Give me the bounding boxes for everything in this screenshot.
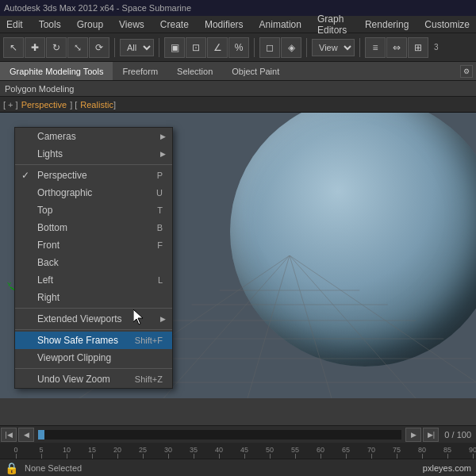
menu-viewport-clipping[interactable]: Viewport Clipping [15,349,172,367]
menu-bottom[interactable]: Bottom B [15,219,172,236]
separator-3 [15,329,172,330]
menu-animation[interactable]: Animation [256,17,305,32]
tabs-row: Graphite Modeling Tools Freeform Selecti… [0,62,476,81]
render-btn[interactable]: ◻ [259,37,280,58]
misc-tools: ≡ ⇔ ⊞ [365,37,428,58]
sep4 [306,38,307,57]
ruler-75: 75 [384,446,409,459]
menu-group[interactable]: Group [74,17,106,32]
separator-4 [15,368,172,369]
ruler-50: 50 [257,446,282,459]
menu-modifiers[interactable]: Modifiers [202,17,247,32]
dropdown-menu: Cameras Lights ✓ Perspective P Orthograp… [14,127,173,389]
bracket-end: ] [113,100,116,109]
ruler-65: 65 [333,446,359,459]
menu-create[interactable]: Create [157,17,192,32]
toolbar-row: ↖ ✚ ↻ ⤡ ⟳ All ▣ ⊡ ∠ % ◻ ◈ View ≡ ⇔ ⊞ 3 [0,33,476,62]
menu-undo-view[interactable]: Undo View Zoom Shift+Z [15,370,172,388]
view-dropdown[interactable]: View [312,39,355,56]
svg-text:Y: Y [7,281,12,288]
timeline-prev-btn[interactable]: ◀ [18,428,34,442]
menu-right[interactable]: Right [15,289,172,306]
sep5 [359,38,360,57]
menu-customize[interactable]: Customize [421,17,473,32]
menu-safe-frames[interactable]: Show Safe Frames Shift+F [15,332,172,349]
menu-left[interactable]: Left L [15,271,172,289]
ruler-5: 5 [29,446,54,459]
menu-orthographic[interactable]: Orthographic U [15,184,172,202]
menu-back[interactable]: Back [15,254,172,271]
menu-bar: Edit Tools Group Views Create Modifiers … [0,16,476,33]
polygon-modeling-tab: Polygon Modeling [0,81,476,97]
timeline: |◀ ◀ ▶ ▶| 0 / 100 [0,425,476,443]
timeline-start-btn[interactable]: |◀ [1,428,17,442]
menu-extended-viewports[interactable]: Extended Viewports [15,310,172,328]
menu-cameras[interactable]: Cameras [15,128,172,145]
tab-settings-btn[interactable]: ⚙ [460,65,473,78]
ruler-85: 85 [435,446,460,459]
select-tool[interactable]: ↖ [3,37,24,58]
align-btn[interactable]: ⊞ [408,37,428,58]
tab-selection[interactable]: Selection [167,62,222,80]
separator-2 [15,308,172,309]
status-text: None Selected [25,463,416,473]
check-icon: ✓ [21,170,29,181]
frame-ruler: 0 5 10 15 20 25 [0,443,476,459]
menu-rendering[interactable]: Rendering [362,17,412,32]
menu-lights[interactable]: Lights [15,145,172,163]
layer-btn[interactable]: ≡ [365,37,386,58]
title-text: Autodesk 3ds Max 2012 x64 - Space Submar… [4,3,191,13]
snap-percent[interactable]: % [228,37,249,58]
ruler-40: 40 [206,446,232,459]
ruler-marks: 0 5 10 15 20 25 [0,443,476,459]
move-tool[interactable]: ✚ [25,37,45,58]
svg-line-7 [163,255,290,398]
snap-angle[interactable]: ∠ [207,37,228,58]
counter-3d: 3 [432,41,441,53]
menu-front[interactable]: Front F [15,236,172,254]
menu-perspective[interactable]: ✓ Perspective P [15,167,172,184]
menu-graph-editors[interactable]: Graph Editors [314,12,352,37]
menu-edit[interactable]: Edit [3,17,26,32]
scale-tool[interactable]: ⤡ [67,37,88,58]
rotate-tool[interactable]: ↻ [46,37,67,58]
perspective-label: Perspective [21,100,67,109]
ruler-30: 30 [155,446,181,459]
viewport-header: [ + ] Perspective ] [ Realistic ] [0,97,476,113]
tab-graphite[interactable]: Graphite Modeling Tools [0,62,113,80]
ruler-0: 0 [3,446,29,459]
filter-dropdown[interactable]: All [120,39,154,56]
separator-label: ] [ [70,100,77,109]
ruler-70: 70 [359,446,384,459]
snap-2d[interactable]: ▣ [164,37,185,58]
tab-extra: ⚙ [460,65,476,78]
render-tools: ◻ ◈ [259,37,301,58]
timeline-end-btn[interactable]: ▶| [423,428,439,442]
timeline-next-btn[interactable]: ▶ [405,428,421,442]
viewport: X Y Z Cameras Lights ✓ Perspective P Ort… [0,113,476,398]
render-settings[interactable]: ◈ [281,37,301,58]
menu-top[interactable]: Top T [15,202,172,219]
svg-line-8 [248,255,290,398]
realistic-label: Realistic [80,100,113,109]
svg-line-11 [290,255,476,398]
tab-freeform[interactable]: Freeform [113,62,167,80]
ruler-15: 15 [79,446,105,459]
ruler-45: 45 [232,446,257,459]
smart-tool[interactable]: ⟳ [89,37,109,58]
timeline-thumb [38,430,44,440]
svg-line-9 [290,255,332,398]
mouse-cursor [133,309,143,324]
menu-views[interactable]: Views [116,17,148,32]
bottom-section: |◀ ◀ ▶ ▶| 0 / 100 0 5 10 15 [0,425,476,476]
ruler-20: 20 [105,446,130,459]
ruler-25: 25 [130,446,155,459]
snap-3d[interactable]: ⊡ [186,37,206,58]
snap-tools: ▣ ⊡ ∠ % [164,37,249,58]
tab-object-paint[interactable]: Object Paint [222,62,289,80]
ruler-10: 10 [54,446,79,459]
mirror-btn[interactable]: ⇔ [386,37,407,58]
ruler-60: 60 [308,446,333,459]
menu-tools[interactable]: Tools [36,17,64,32]
timeline-scrubber[interactable] [38,430,401,440]
